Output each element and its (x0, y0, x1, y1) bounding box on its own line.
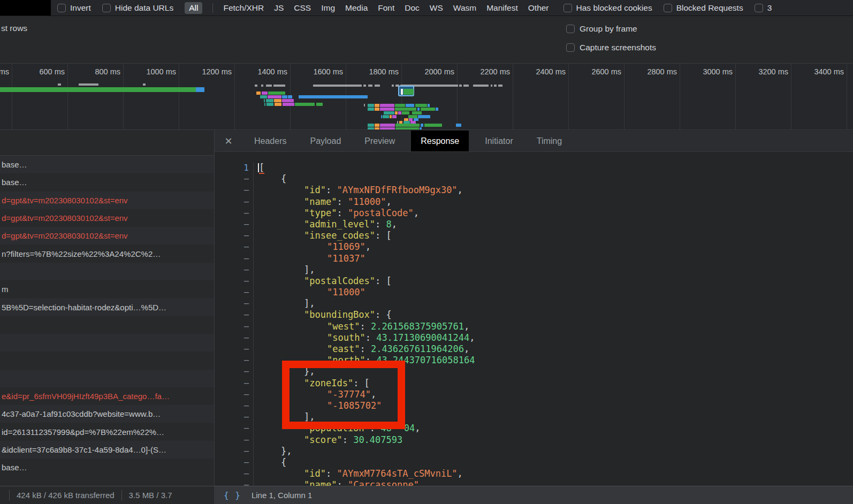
request-row[interactable]: &idclient=37c6a9b8-37c1-4a59-8da4…0]-(S… (0, 441, 214, 459)
filter-type-ws[interactable]: WS (430, 3, 443, 13)
close-icon[interactable]: ✕ (215, 131, 242, 151)
request-row[interactable]: base… (0, 459, 214, 476)
json-token: : (326, 185, 337, 195)
pretty-print-icon[interactable]: { } (224, 490, 241, 500)
filter-type-all[interactable]: All (185, 2, 202, 14)
waterfall-bar (421, 124, 423, 127)
filter-type-doc[interactable]: Doc (405, 3, 420, 13)
hide-data-urls-checkbox[interactable] (102, 4, 111, 12)
tab-timing[interactable]: Timing (529, 131, 570, 151)
tab-response[interactable]: Response (411, 131, 469, 151)
json-token: , (414, 208, 419, 218)
tab-preview[interactable]: Preview (356, 131, 403, 151)
code-line: –"postalCodes": [ (215, 276, 853, 287)
json-token: { (281, 457, 286, 468)
json-token: "AYmxNFDfFRfbooM9gx30" (337, 185, 457, 195)
request-row[interactable]: d=gpt&tv=m202308030102&st=env (0, 192, 214, 209)
request-row[interactable] (0, 316, 214, 334)
tab-headers[interactable]: Headers (246, 131, 294, 151)
waterfall-bar (421, 108, 435, 111)
filter-type-other[interactable]: Other (528, 3, 549, 13)
request-name: 4c37-a0a7-1af91c03cddb?website=www.b… (2, 409, 161, 418)
wrap-marker: – (215, 185, 254, 196)
json-token: , (386, 196, 392, 207)
filter-type-font[interactable]: Font (378, 3, 394, 13)
waterfall-bar (395, 104, 405, 107)
filter-type-media[interactable]: Media (345, 3, 368, 13)
request-row[interactable]: d=gpt&tv=m202308030102&st=env (0, 227, 214, 245)
invert-checkbox[interactable] (57, 4, 66, 12)
code-line: –"11069", (215, 241, 853, 253)
time-tick-label: 1400 ms (234, 67, 287, 76)
third-party-filter[interactable]: 3 (755, 3, 772, 13)
selected-request-highlight[interactable] (398, 86, 414, 96)
request-row[interactable]: e&id=pr_6sfmVH09jHIzft49p3BA_catego…fa… (0, 387, 214, 405)
group-by-frame-setting[interactable]: Group by frame (566, 24, 656, 34)
waterfall-bar (313, 85, 362, 87)
request-row[interactable]: m (0, 280, 214, 298)
wrap-marker: – (215, 423, 254, 434)
network-main: base…base…d=gpt&tv=m202308030102&st=envd… (0, 131, 853, 486)
request-row[interactable]: d=gpt&tv=m202308030102&st=env (0, 209, 214, 227)
tab-initiator[interactable]: Initiator (477, 131, 521, 151)
request-row[interactable] (0, 334, 214, 352)
filter-type-manifest[interactable]: Manifest (486, 3, 518, 13)
json-token: "postalCode" (348, 208, 414, 218)
request-row[interactable] (0, 263, 214, 280)
wrap-marker: – (215, 468, 254, 479)
network-settings: st rows Group by frame Capture screensho… (0, 16, 853, 63)
hide-data-urls-filter[interactable]: Hide data URLs (102, 3, 173, 13)
json-token: "AYmxM7764sTA_cSMvniL" (337, 468, 457, 479)
json-token: , (464, 343, 469, 354)
json-token: "Carcassonne" (348, 479, 419, 486)
resources-summary: 3.5 MB / 3.7 (121, 490, 179, 501)
blocked-requests-checkbox[interactable] (664, 4, 672, 12)
response-json-viewer[interactable]: 1[–{–"id": "AYmxNFDfFRfbooM9gx30",–"name… (215, 152, 853, 486)
time-tick-label: 2000 ms (401, 67, 454, 76)
json-token: "id" (304, 185, 326, 195)
waterfall-bar (256, 91, 261, 95)
waterfall-bar (375, 85, 380, 87)
json-token: : (365, 332, 376, 343)
has-blocked-cookies-filter[interactable]: Has blocked cookies (563, 3, 652, 13)
time-tick-label: 3000 ms (679, 67, 733, 76)
waterfall-bar (58, 83, 61, 86)
request-row[interactable] (0, 370, 214, 387)
group-by-frame-checkbox[interactable] (566, 25, 575, 33)
request-row[interactable]: base… (0, 173, 214, 191)
request-row[interactable] (0, 352, 214, 369)
request-row[interactable]: n?filters=%7B%22size%22%3A24%2C%2… (0, 245, 214, 262)
request-row[interactable]: id=2613112357999&pd=%7B%22em%22%… (0, 423, 214, 440)
waterfall-bar (143, 83, 146, 86)
waterfall-bar (424, 124, 442, 127)
json-token: : (342, 434, 353, 445)
filter-type-wasm[interactable]: Wasm (453, 3, 476, 13)
filter-type-css[interactable]: CSS (294, 3, 311, 13)
request-row[interactable]: 5B%5D=selection-habitat-rodez&opti…%5D… (0, 298, 214, 316)
capture-screenshots-checkbox[interactable] (566, 43, 575, 52)
invert-filter[interactable]: Invert (57, 3, 91, 13)
filter-type-fetch-xhr[interactable]: Fetch/XHR (223, 3, 264, 13)
waterfall-bar (392, 85, 394, 87)
has-blocked-cookies-checkbox[interactable] (563, 4, 572, 12)
code-line: –"insee_codes": [ (215, 230, 853, 241)
third-party-checkbox[interactable] (755, 4, 763, 12)
request-row[interactable]: base… (0, 156, 214, 173)
json-token: 8 (386, 219, 392, 230)
json-token: "west" (327, 321, 360, 332)
waterfall-bar (375, 104, 379, 107)
request-row[interactable]: 4c37-a0a7-1af91c03cddb?website=www.b… (0, 405, 214, 423)
waterfall-bar (264, 103, 265, 106)
filter-type-img[interactable]: Img (321, 3, 335, 13)
waterfall-bar (260, 95, 267, 98)
settings-checkboxes: Group by frame Capture screenshots (566, 24, 656, 52)
transferred-summary: 424 kB / 426 kB transferred (9, 490, 121, 501)
capture-screenshots-setting[interactable]: Capture screenshots (566, 43, 656, 52)
tab-payload[interactable]: Payload (302, 131, 349, 151)
json-token: , (464, 321, 469, 332)
request-name: n?filters=%7B%22size%22%3A24%2C%2… (2, 249, 161, 258)
request-name: id=2613112357999&pd=%7B%22em%22%… (2, 427, 164, 437)
blocked-requests-filter[interactable]: Blocked Requests (664, 3, 743, 13)
filter-type-js[interactable]: JS (274, 3, 284, 13)
network-overview-timeline[interactable]: ms600 ms800 ms1000 ms1200 ms1400 ms1600 … (0, 63, 853, 130)
